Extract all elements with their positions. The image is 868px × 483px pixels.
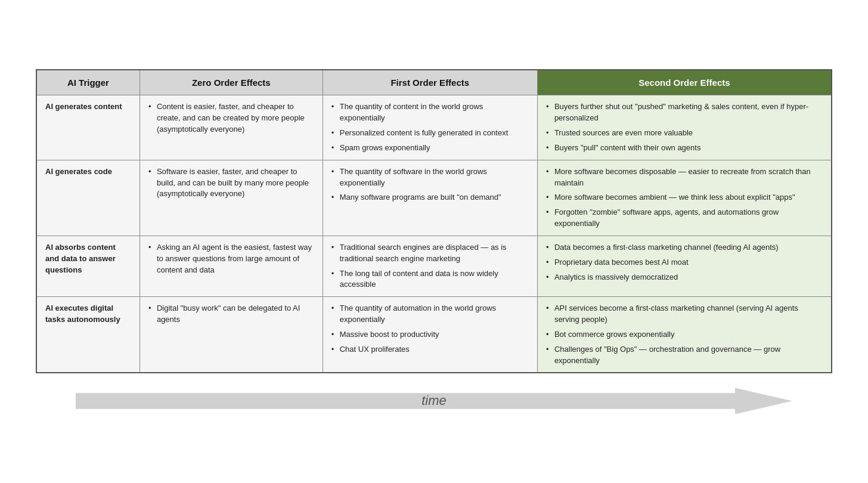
row-0-trigger: AI generates content — [36, 95, 140, 160]
row-1-zero-order: Software is easier, faster, and cheaper … — [140, 160, 323, 236]
col-header-second: Second Order Effects — [537, 70, 832, 95]
list-item: Software is easier, faster, and cheaper … — [148, 166, 314, 200]
list-item: Proprietary data becomes best AI moat — [546, 257, 823, 268]
row-1-first-order: The quantity of software in the world gr… — [323, 160, 537, 236]
list-item: Bot commerce grows exponentially — [546, 329, 823, 340]
main-table-wrapper: AI Trigger Zero Order Effects First Orde… — [36, 69, 832, 374]
row-0-second-order: Buyers further shut out "pushed" marketi… — [537, 95, 832, 160]
row-2-first-order: Traditional search engines are displaced… — [323, 236, 537, 296]
time-arrow: time — [76, 388, 792, 414]
list-item: Traditional search engines are displaced… — [331, 242, 529, 265]
row-1-trigger: AI generates code — [36, 160, 140, 236]
row-3-second-order: API services become a first-class market… — [537, 297, 832, 373]
list-item: Content is easier, faster, and cheaper t… — [148, 101, 314, 135]
list-item: Analytics is massively democratized — [546, 272, 823, 283]
row-0-first-order: The quantity of content in the world gro… — [323, 95, 537, 160]
row-2-second-order: Data becomes a first-class marketing cha… — [537, 236, 832, 296]
list-item: The quantity of automation in the world … — [331, 303, 529, 326]
row-3-zero-order: Digital "busy work" can be delegated to … — [140, 297, 323, 373]
list-item: Personalized content is fully generated … — [331, 128, 529, 139]
list-item: More software becomes disposable — easie… — [546, 166, 823, 189]
row-2-trigger: AI absorbs content and data to answer qu… — [36, 236, 140, 296]
list-item: Data becomes a first-class marketing cha… — [546, 242, 823, 253]
list-item: Massive boost to productivity — [331, 329, 529, 340]
list-item: Digital "busy work" can be delegated to … — [148, 303, 314, 326]
list-item: API services become a first-class market… — [546, 303, 823, 326]
list-item: Buyers further shut out "pushed" marketi… — [546, 101, 823, 124]
list-item: The quantity of software in the world gr… — [331, 166, 529, 189]
list-item: The quantity of content in the world gro… — [331, 101, 529, 124]
list-item: Challenges of "Big Ops" — orchestration … — [546, 344, 823, 367]
row-3-trigger: AI executes digital tasks autonomously — [36, 297, 140, 373]
list-item: Trusted sources are even more valuable — [546, 128, 823, 139]
list-item: More software becomes ambient — we think… — [546, 192, 823, 203]
col-header-first: First Order Effects — [323, 70, 537, 95]
row-0-zero-order: Content is easier, faster, and cheaper t… — [140, 95, 323, 160]
list-item: Many software programs are built "on dem… — [331, 192, 529, 203]
time-arrow-container: time — [36, 388, 832, 414]
time-label: time — [421, 393, 447, 408]
row-3-first-order: The quantity of automation in the world … — [323, 297, 537, 373]
col-header-zero: Zero Order Effects — [140, 70, 323, 95]
list-item: Buyers "pull" content with their own age… — [546, 143, 823, 154]
row-2-zero-order: Asking an AI agent is the easiest, faste… — [140, 236, 323, 296]
col-header-trigger: AI Trigger — [36, 70, 140, 95]
list-item: Asking an AI agent is the easiest, faste… — [148, 242, 314, 276]
list-item: Spam grows exponentially — [331, 143, 529, 154]
list-item: The long tail of content and data is now… — [331, 268, 529, 291]
effects-table: AI Trigger Zero Order Effects First Orde… — [36, 69, 832, 374]
list-item: Chat UX proliferates — [331, 344, 529, 355]
list-item: Forgotten "zombie" software apps, agents… — [546, 207, 823, 230]
row-1-second-order: More software becomes disposable — easie… — [537, 160, 832, 236]
